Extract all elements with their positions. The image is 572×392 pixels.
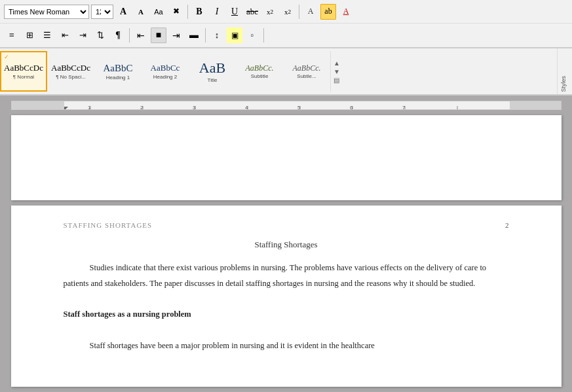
borders-btn[interactable]: ▫ [244, 27, 260, 43]
clear-formatting-btn[interactable]: ✖ [168, 4, 184, 20]
svg-rect-1 [12, 101, 64, 110]
svg-text:1: 1 [88, 105, 91, 110]
svg-text:7: 7 [402, 105, 406, 110]
paragraph2: Staff shortages have been a major proble… [64, 338, 509, 354]
superscript-btn[interactable]: x2 [280, 4, 296, 20]
separator4 [205, 28, 206, 43]
numbering-btn[interactable]: ⊞ [22, 27, 37, 43]
page2-header: STAFFING SHORTAGES 2 [64, 221, 509, 229]
svg-rect-0 [12, 101, 562, 110]
style-title-label: Title [208, 77, 218, 83]
svg-text:2: 2 [140, 105, 143, 110]
grow-font-btn[interactable]: A [115, 4, 131, 20]
page2-number: 2 [505, 221, 509, 229]
font-size-dropdown[interactable]: 12 [91, 5, 113, 19]
expand-styles-icon: ▤ [334, 77, 340, 84]
style-title[interactable]: AaB Title [189, 51, 236, 92]
styles-section-label: Styles [560, 76, 567, 92]
font-name-dropdown[interactable]: Times New Roman [4, 5, 89, 19]
line-spacing-btn[interactable]: ↕ [209, 27, 225, 43]
justify-btn[interactable]: ▬ [186, 27, 202, 43]
section-heading: Staff shortages as a nursing problem [64, 307, 509, 323]
change-case-btn[interactable]: Aa [151, 4, 166, 20]
style-subtitle-label: Subtitle [251, 73, 269, 79]
strikethrough-btn[interactable]: abc [244, 4, 260, 20]
style-subtle-label: Subtle... [297, 73, 316, 79]
align-left-btn[interactable]: ⇤ [133, 27, 149, 43]
svg-text:5: 5 [297, 105, 301, 110]
page1 [11, 115, 562, 200]
style-heading2-label: Heading 2 [153, 74, 177, 80]
style-subtitle[interactable]: AaBbCc. Subtitle [236, 51, 283, 92]
multilevel-list-btn[interactable]: ☰ [39, 27, 55, 43]
style-subtitle-preview: AaBbCc. [246, 64, 274, 73]
svg-text:3: 3 [193, 105, 196, 110]
page2-header-text: STAFFING SHORTAGES [64, 221, 153, 229]
style-heading1-preview: AaBbC [104, 63, 133, 74]
page2-body: Studies indicate that there exist variou… [64, 260, 509, 354]
separator5 [263, 28, 264, 43]
shading-btn[interactable]: ▣ [227, 27, 242, 43]
styles-ribbon: ✓ AaBbCcDc ¶ Normal AaBbCcDc ¶ No Spaci.… [0, 48, 572, 96]
scroll-down-icon: ▼ [334, 68, 340, 75]
underline-btn[interactable]: U [227, 4, 242, 20]
style-normal-preview: AaBbCcDc [4, 63, 43, 73]
style-heading2[interactable]: AaBbCc Heading 2 [142, 51, 189, 92]
align-center-btn[interactable]: ■ [151, 27, 166, 43]
style-heading1-label: Heading 1 [106, 75, 130, 80]
svg-rect-2 [510, 101, 562, 110]
subscript-btn[interactable]: x2 [262, 4, 278, 20]
document-area: 1 2 3 4 5 6 7 STAFFING SHORTAGES 2 Staff… [0, 96, 572, 392]
style-title-preview: AaB [199, 60, 225, 76]
separator1 [187, 5, 188, 19]
page2-title: Staffing Shortages [64, 240, 509, 250]
style-subtle-preview: AaBbCc. [293, 64, 321, 73]
page2: STAFFING SHORTAGES 2 Staffing Shortages … [11, 205, 562, 387]
ruler: 1 2 3 4 5 6 7 [11, 101, 562, 110]
check-icon: ✓ [4, 54, 9, 60]
style-heading2-preview: AaBbCc [151, 63, 180, 73]
style-no-spacing-label: ¶ No Spaci... [56, 74, 86, 80]
bullets-btn[interactable]: ≡ [4, 27, 20, 43]
text-effects-btn[interactable]: A [303, 4, 318, 20]
scroll-up-icon: ▲ [334, 60, 340, 67]
increase-indent-btn[interactable]: ⇥ [75, 27, 90, 43]
svg-text:6: 6 [350, 105, 353, 110]
style-normal[interactable]: ✓ AaBbCcDc ¶ Normal [0, 51, 47, 92]
font-color-btn[interactable]: A [338, 4, 354, 20]
bold-btn[interactable]: B [191, 4, 207, 20]
separator2 [299, 5, 299, 19]
style-heading1[interactable]: AaBbC Heading 1 [94, 51, 142, 92]
text-highlight-btn[interactable]: ab [320, 4, 336, 20]
svg-text:4: 4 [245, 105, 248, 110]
style-subtle[interactable]: AaBbCc. Subtle... [283, 51, 330, 92]
paragraph1: Studies indicate that there exist variou… [64, 260, 509, 292]
italic-btn[interactable]: I [209, 4, 225, 20]
style-no-spacing-preview: AaBbCcDc [51, 63, 90, 73]
align-right-btn[interactable]: ⇥ [168, 27, 184, 43]
shrink-font-btn[interactable]: A [133, 4, 149, 20]
style-normal-label: ¶ Normal [13, 74, 34, 80]
decrease-indent-btn[interactable]: ⇤ [57, 27, 73, 43]
style-no-spacing[interactable]: AaBbCcDc ¶ No Spaci... [47, 51, 94, 92]
sort-btn[interactable]: ⇅ [92, 27, 108, 43]
show-hide-btn[interactable]: ¶ [110, 27, 126, 43]
more-styles-btn[interactable]: ▲ ▼ ▤ [330, 51, 343, 92]
separator3 [129, 28, 130, 43]
